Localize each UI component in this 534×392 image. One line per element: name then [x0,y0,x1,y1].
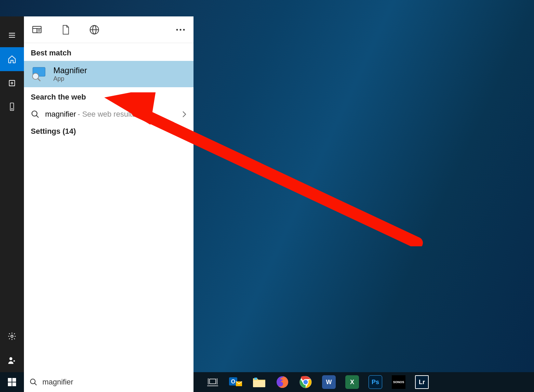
best-match-header: Best match [24,43,193,61]
search-icon [29,378,38,387]
home-tab[interactable] [0,47,24,71]
svg-point-16 [180,29,182,30]
svg-rect-27 [12,382,16,386]
svg-text:O: O [231,379,235,384]
hamburger-menu[interactable] [0,23,24,47]
svg-rect-3 [11,108,13,109]
apps-filter-icon[interactable] [31,24,43,36]
search-input[interactable] [42,378,188,387]
best-match-result[interactable]: Magnifier App [24,61,193,87]
svg-point-5 [9,357,12,360]
svg-rect-38 [254,378,257,380]
svg-rect-30 [210,379,216,384]
outlook-app[interactable]: O [226,372,245,392]
result-title: Magnifier [53,66,87,75]
svg-rect-37 [253,380,265,387]
web-hint: - See web results [78,110,136,118]
sonos-app[interactable]: SONOS [389,372,408,392]
start-menu-rail [0,16,24,372]
firefox-app[interactable] [273,372,292,392]
start-button[interactable] [0,372,24,392]
web-search-result[interactable]: magnifier - See web results [24,105,193,123]
photoshop-app[interactable]: Ps [366,372,385,392]
search-filter-tabs [24,16,193,43]
chrome-app[interactable] [296,372,315,392]
chevron-right-icon [182,110,187,118]
file-explorer-app[interactable] [250,372,269,392]
web-filter-icon[interactable] [88,24,101,36]
magnifier-app-icon [31,66,47,82]
lightroom-app[interactable]: Lr [412,372,431,392]
more-filters-icon[interactable] [174,24,187,36]
svg-point-21 [32,111,37,116]
svg-point-28 [30,379,35,384]
task-view-button[interactable] [203,372,222,392]
svg-rect-25 [12,378,16,382]
web-term: magnifier [45,110,76,118]
svg-rect-0 [9,80,15,86]
svg-point-4 [11,335,13,338]
svg-point-17 [183,29,185,30]
svg-rect-24 [8,378,12,382]
svg-point-15 [176,29,178,30]
settings-results[interactable]: Settings (14) [24,123,193,139]
svg-point-6 [13,360,15,362]
taskbar-search-box[interactable] [24,372,193,392]
result-subtitle: App [53,75,87,82]
svg-point-43 [304,380,308,384]
excel-app[interactable]: X [343,372,362,392]
svg-line-22 [36,115,39,118]
svg-line-20 [38,78,40,81]
taskbar: O W X Ps SONOS Lr [0,372,534,392]
svg-rect-26 [8,382,12,386]
documents-filter-icon[interactable] [59,24,72,36]
svg-point-1 [11,82,13,84]
svg-line-29 [35,383,37,385]
apps-tab[interactable] [0,71,24,95]
documents-tab[interactable] [0,95,24,119]
word-app[interactable]: W [319,372,338,392]
web-search-header: Search the web [24,87,193,105]
settings-button[interactable] [0,324,24,348]
search-results-panel: Best match Magnifier App Search the web … [24,16,193,372]
account-button[interactable] [0,348,24,372]
search-icon [31,110,40,119]
